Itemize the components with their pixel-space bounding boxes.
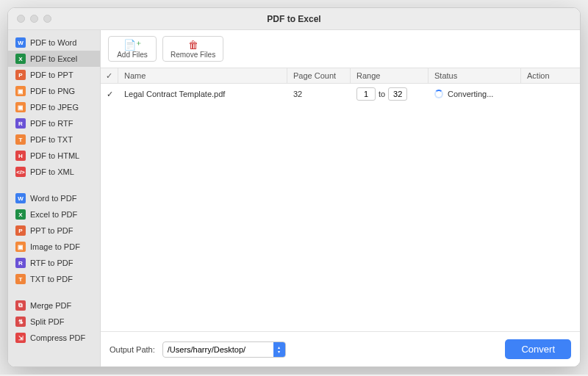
sidebar-item-word-to-pdf[interactable]: WWord to PDF [8,190,100,206]
format-icon: R [15,118,26,129]
row-name: Legal Contract Template.pdf [118,84,287,104]
sidebar-item-image-to-pdf[interactable]: ▣Image to PDF [8,239,100,255]
sidebar-item-pdf-to-rtf[interactable]: RPDF to RTF [8,115,100,131]
sidebar-item-label: PDF to PNG [30,87,75,95]
format-icon: P [15,225,26,236]
row-action [521,84,580,104]
sidebar-item-split-pdf[interactable]: ⇅Split PDF [8,314,100,330]
col-status[interactable]: Status [429,68,521,83]
status-text: Converting... [448,90,493,98]
output-path-wrap: ▴▾ [162,341,286,358]
format-icon: H [15,151,26,161]
format-icon: ▣ [15,102,26,112]
sidebar-item-label: PDF to XML [30,167,74,176]
sidebar-item-label: Split PDF [30,317,64,326]
add-files-label: Add Files [117,51,148,59]
sidebar-item-label: TXT to PDF [30,275,73,283]
sidebar-item-rtf-to-pdf[interactable]: RRTF to PDF [8,255,100,271]
add-files-icon: 📄⁺ [116,40,148,50]
sidebar-item-label: PDF to RTF [30,119,73,128]
sidebar-item-excel-to-pdf[interactable]: XExcel to PDF [8,206,100,223]
sidebar-item-label: Excel to PDF [30,210,77,219]
titlebar: PDF to Excel [8,8,580,30]
sidebar-item-txt-to-pdf[interactable]: TTXT to PDF [8,271,100,287]
footer: Output Path: ▴▾ Convert [101,331,580,366]
col-page[interactable]: Page Count [287,68,351,83]
range-from-input[interactable] [356,87,376,101]
sidebar-item-label: PDF to Word [30,38,76,47]
sidebar-item-label: PDF to PPT [30,70,74,79]
sidebar-item-merge-pdf[interactable]: ⧉Merge PDF [8,297,100,314]
window-title: PDF to Excel [8,14,580,24]
sidebar-item-pdf-to-txt[interactable]: TPDF to TXT [8,131,100,148]
format-icon: ▣ [15,86,26,96]
app-window: PDF to Excel WPDF to WordXPDF to ExcelPP… [7,7,581,367]
convert-button[interactable]: Convert [505,339,571,359]
col-name[interactable]: Name [118,68,287,83]
sidebar-item-pdf-to-jpeg[interactable]: ▣PDF to JPEG [8,99,100,115]
table-body: ✓ Legal Contract Template.pdf 32 to Conv… [101,84,580,331]
sidebar: WPDF to WordXPDF to ExcelPPDF to PPT▣PDF… [8,30,101,366]
path-stepper-icon[interactable]: ▴▾ [273,342,285,357]
sidebar-item-label: PPT to PDF [30,226,73,235]
spinner-icon [434,90,443,98]
toolbar: 📄⁺ Add Files 🗑 Remove Files [101,30,580,68]
sidebar-item-label: PDF to HTML [30,151,79,160]
format-icon: W [15,193,26,203]
col-action[interactable]: Action [521,68,580,83]
table-row[interactable]: ✓ Legal Contract Template.pdf 32 to Conv… [101,84,580,104]
sidebar-item-label: PDF to Excel [30,54,77,63]
row-check[interactable]: ✓ [107,90,113,99]
range-sep: to [379,90,385,98]
sidebar-item-label: Compress PDF [30,333,85,342]
sidebar-item-label: Word to PDF [30,194,76,203]
sidebar-item-compress-pdf[interactable]: ⇲Compress PDF [8,330,100,346]
remove-files-button[interactable]: 🗑 Remove Files [162,36,223,62]
format-icon: T [15,274,26,284]
format-icon: ⇲ [15,333,26,343]
sidebar-item-label: PDF to JPEG [30,103,79,112]
range-to-input[interactable] [388,87,407,101]
sidebar-item-pdf-to-ppt[interactable]: PPDF to PPT [8,67,100,83]
remove-files-label: Remove Files [171,51,215,59]
sidebar-item-label: Image to PDF [30,242,80,251]
sidebar-item-pdf-to-html[interactable]: HPDF to HTML [8,148,100,164]
row-range: to [356,87,407,101]
add-files-button[interactable]: 📄⁺ Add Files [108,36,157,62]
main-panel: 📄⁺ Add Files 🗑 Remove Files ✓ Name Page … [101,30,580,366]
format-icon: </> [15,167,26,177]
sidebar-item-pdf-to-excel[interactable]: XPDF to Excel [8,51,100,67]
output-path-input[interactable] [162,341,286,358]
format-icon: X [15,209,26,220]
sidebar-item-label: PDF to TXT [30,135,73,144]
output-path-label: Output Path: [110,345,155,354]
format-icon: ▣ [15,242,26,252]
table-header: ✓ Name Page Count Range Status Action [101,68,580,84]
body: WPDF to WordXPDF to ExcelPPDF to PPT▣PDF… [8,30,580,366]
sidebar-item-pdf-to-xml[interactable]: </>PDF to XML [8,164,100,180]
row-status: Converting... [429,84,521,104]
trash-icon: 🗑 [171,40,215,50]
row-page-count: 32 [287,84,351,104]
format-icon: P [15,70,26,80]
format-icon: ⇅ [15,317,26,327]
sidebar-item-pdf-to-word[interactable]: WPDF to Word [8,35,100,51]
format-icon: X [15,54,26,64]
sidebar-item-label: RTF to PDF [30,258,73,267]
format-icon: R [15,258,26,268]
sidebar-item-label: Merge PDF [30,301,71,310]
col-range[interactable]: Range [351,68,429,83]
sidebar-item-ppt-to-pdf[interactable]: PPPT to PDF [8,223,100,239]
sidebar-item-pdf-to-png[interactable]: ▣PDF to PNG [8,83,100,99]
format-icon: W [15,37,26,48]
format-icon: ⧉ [15,300,26,311]
format-icon: T [15,134,26,145]
col-check[interactable]: ✓ [101,68,118,83]
